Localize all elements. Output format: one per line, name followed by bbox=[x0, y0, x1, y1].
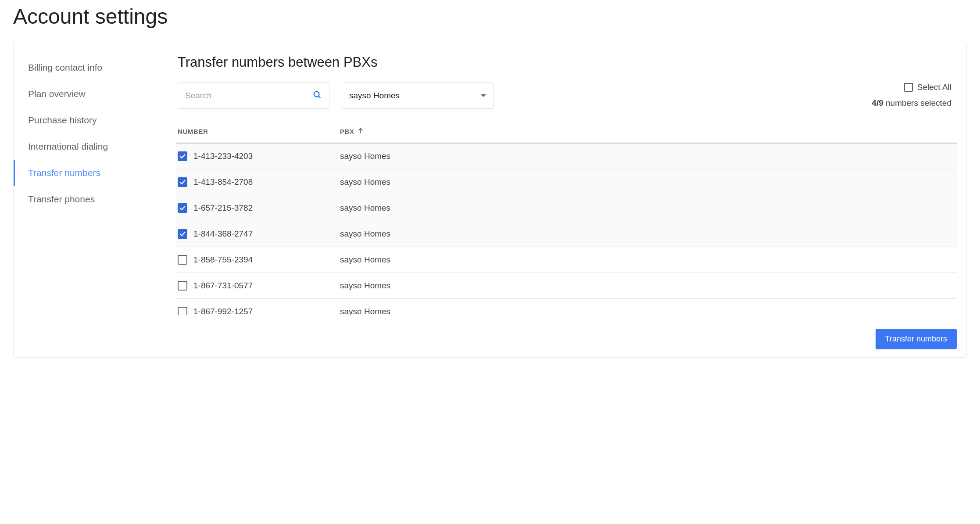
selected-count-suffix: numbers selected bbox=[883, 98, 951, 108]
row-pbx: sayso Homes bbox=[340, 229, 390, 239]
transfer-numbers-button[interactable]: Transfer numbers bbox=[876, 329, 957, 349]
row-checkbox[interactable] bbox=[178, 151, 187, 161]
table-row[interactable]: 1-867-731-0577sayso Homes bbox=[176, 273, 957, 299]
row-pbx: sayso Homes bbox=[340, 307, 390, 315]
search-icon bbox=[312, 90, 322, 101]
svg-line-1 bbox=[318, 96, 320, 98]
row-pbx: sayso Homes bbox=[340, 255, 390, 265]
table-row[interactable]: 1-413-233-4203sayso Homes bbox=[176, 144, 957, 169]
table-row[interactable]: 1-413-854-2708sayso Homes bbox=[176, 169, 957, 195]
selection-summary: Select All 4/9 numbers selected bbox=[872, 83, 965, 108]
row-checkbox[interactable] bbox=[178, 229, 187, 239]
numbers-table: NUMBER PBX 1-413-233-4203sayso Homes1-41… bbox=[176, 123, 966, 318]
row-number: 1-867-992-1257 bbox=[193, 307, 340, 315]
row-pbx: sayso Homes bbox=[340, 203, 390, 213]
column-header-pbx[interactable]: PBX bbox=[340, 127, 364, 136]
sort-ascending-icon bbox=[357, 127, 364, 136]
sidebar-item-transfer-numbers[interactable]: Transfer numbers bbox=[14, 160, 176, 186]
sidebar: Billing contact infoPlan overviewPurchas… bbox=[14, 42, 176, 357]
row-number: 1-413-854-2708 bbox=[193, 177, 340, 187]
search-input[interactable] bbox=[185, 91, 312, 100]
row-pbx: sayso Homes bbox=[340, 151, 390, 161]
sidebar-item-purchase-history[interactable]: Purchase history bbox=[14, 107, 176, 133]
svg-point-0 bbox=[314, 92, 319, 97]
settings-panel: Billing contact infoPlan overviewPurchas… bbox=[13, 42, 967, 358]
page-title: Account settings bbox=[13, 4, 967, 29]
sidebar-item-billing-contact-info[interactable]: Billing contact info bbox=[14, 54, 176, 81]
row-checkbox[interactable] bbox=[178, 255, 187, 265]
table-row[interactable]: 1-867-992-1257sayso Homes bbox=[176, 299, 957, 315]
row-number: 1-413-233-4203 bbox=[193, 151, 340, 161]
sidebar-item-plan-overview[interactable]: Plan overview bbox=[14, 81, 176, 107]
row-pbx: sayso Homes bbox=[340, 281, 390, 291]
row-checkbox[interactable] bbox=[178, 281, 187, 291]
row-checkbox[interactable] bbox=[178, 203, 187, 213]
row-number: 1-858-755-2394 bbox=[193, 255, 340, 265]
table-body[interactable]: 1-413-233-4203sayso Homes1-413-854-2708s… bbox=[176, 144, 957, 315]
row-pbx: sayso Homes bbox=[340, 177, 390, 187]
sidebar-item-international-dialing[interactable]: International dialing bbox=[14, 133, 176, 160]
row-number: 1-657-215-3782 bbox=[193, 203, 340, 213]
pbx-dropdown-value: sayso Homes bbox=[349, 91, 481, 100]
select-all-checkbox[interactable] bbox=[904, 83, 913, 92]
row-checkbox[interactable] bbox=[178, 307, 187, 315]
row-checkbox[interactable] bbox=[178, 177, 187, 187]
footer: Transfer numbers bbox=[876, 329, 957, 349]
search-box[interactable] bbox=[178, 83, 329, 109]
table-header: NUMBER PBX bbox=[176, 123, 957, 144]
row-number: 1-844-368-2747 bbox=[193, 229, 340, 239]
row-number: 1-867-731-0577 bbox=[193, 281, 340, 291]
select-all[interactable]: Select All bbox=[872, 83, 951, 92]
section-header: Transfer numbers between PBXs bbox=[176, 54, 966, 70]
chevron-down-icon bbox=[481, 94, 486, 97]
sidebar-item-transfer-phones[interactable]: Transfer phones bbox=[14, 186, 176, 212]
main-content: Transfer numbers between PBXs sayso Home… bbox=[176, 42, 966, 357]
select-all-label: Select All bbox=[917, 83, 951, 92]
table-row[interactable]: 1-858-755-2394sayso Homes bbox=[176, 247, 957, 273]
selected-count: 4/9 numbers selected bbox=[872, 98, 951, 108]
selected-count-number: 4/9 bbox=[872, 98, 883, 108]
pbx-dropdown[interactable]: sayso Homes bbox=[342, 83, 494, 109]
table-row[interactable]: 1-657-215-3782sayso Homes bbox=[176, 195, 957, 221]
controls-row: sayso Homes Select All 4/9 numbers selec… bbox=[176, 83, 966, 109]
column-header-pbx-label: PBX bbox=[340, 128, 354, 135]
column-header-number[interactable]: NUMBER bbox=[178, 128, 340, 135]
table-row[interactable]: 1-844-368-2747sayso Homes bbox=[176, 221, 957, 247]
